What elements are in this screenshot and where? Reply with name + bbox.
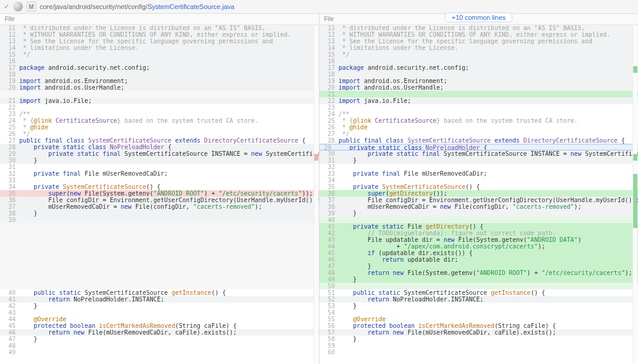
code-line[interactable]: 29 private static class NoPreloadHolder … xyxy=(320,144,639,150)
code-line[interactable] xyxy=(0,230,319,236)
code-line[interactable]: 28 private static class NoPreloadHolder … xyxy=(0,144,319,150)
code-line[interactable]: 27 */ xyxy=(320,131,639,137)
code-line[interactable]: 38 } xyxy=(0,210,319,217)
code-line[interactable]: 52 return NoPreloadHolder.INSTANCE; xyxy=(320,296,639,303)
code-line[interactable]: 26 */ xyxy=(0,131,319,137)
code-line[interactable]: 41 return NoPreloadHolder.INSTANCE; xyxy=(0,296,319,303)
code-line[interactable] xyxy=(0,250,319,256)
code-line[interactable]: 18 xyxy=(320,71,639,78)
code-line[interactable]: 32 xyxy=(320,164,639,170)
code-line[interactable]: 28public final class SystemCertificateSo… xyxy=(320,137,639,144)
code-line[interactable]: 31 xyxy=(0,164,319,170)
code-line[interactable]: 35 super(new File(System.getenv("ANDROID… xyxy=(0,190,319,197)
code-line[interactable]: 40 public static SystemCertificateSource… xyxy=(0,289,319,296)
code-line[interactable]: 42 // TODO(miguelaranda): figure out cor… xyxy=(320,230,639,236)
code-line[interactable]: 36 File configDir = Environment.getUserC… xyxy=(0,197,319,203)
code-line[interactable]: 57 return new File(mUserRemovedCaDir, ca… xyxy=(320,329,639,336)
code-line[interactable]: 45 if (updatable_dir.exists()) { xyxy=(320,250,639,256)
avatar[interactable] xyxy=(13,2,23,11)
code-line[interactable]: 48 xyxy=(0,342,319,349)
code-line[interactable] xyxy=(0,223,319,230)
code-line[interactable]: 46 return updatable_dir; xyxy=(320,256,639,263)
scrollbar-mark[interactable] xyxy=(633,66,637,73)
code-line[interactable]: 30 } xyxy=(0,157,319,164)
code-line[interactable]: 37 mUserRemovedCaDir = new File(configDi… xyxy=(0,203,319,210)
code-line[interactable]: 31 } xyxy=(320,157,639,164)
code-line[interactable]: 15 */ xyxy=(320,51,639,58)
code-line[interactable] xyxy=(0,256,319,263)
code-line[interactable]: 20import android.os.UserHandle; xyxy=(320,84,639,91)
code-line[interactable]: 48 return new File(System.getenv("ANDROI… xyxy=(320,270,639,276)
right-code[interactable]: 11 * distributed under the License is di… xyxy=(320,25,639,364)
code-line[interactable]: 53 } xyxy=(320,303,639,309)
code-line[interactable]: 58 } xyxy=(320,336,639,342)
code-line[interactable]: 22import java.io.File; xyxy=(320,97,639,104)
code-line[interactable]: 24/** xyxy=(320,111,639,117)
code-line[interactable]: 12 * WITHOUT WARRANTIES OR CONDITIONS OF… xyxy=(0,31,319,38)
code-line[interactable]: 18 xyxy=(0,71,319,78)
code-line[interactable]: 22 xyxy=(0,104,319,111)
code-line[interactable] xyxy=(0,263,319,270)
code-line[interactable]: 49 } xyxy=(320,276,639,283)
code-line[interactable]: 19import android.os.Environment; xyxy=(0,78,319,84)
code-line[interactable]: 21import java.io.File; xyxy=(0,97,319,104)
code-line[interactable]: 12 * WITHOUT WARRANTIES OR CONDITIONS OF… xyxy=(320,31,639,38)
code-line[interactable]: 25 * @hide xyxy=(0,124,319,131)
code-line[interactable] xyxy=(0,236,319,243)
scrollbar-mark[interactable] xyxy=(633,174,637,228)
code-line[interactable]: 47 } xyxy=(320,263,639,270)
code-line[interactable] xyxy=(0,91,319,97)
code-line[interactable]: 59 xyxy=(320,342,639,349)
code-line[interactable]: 25 * {@link CertificateSource} based on … xyxy=(320,117,639,124)
code-line[interactable]: 17package android.security.net.config; xyxy=(320,64,639,71)
code-line[interactable]: 34 private SystemCertificateSource() { xyxy=(0,184,319,190)
code-line[interactable]: 24 * {@link CertificateSource} based on … xyxy=(0,117,319,124)
code-line[interactable]: 11 * distributed under the License is di… xyxy=(320,25,639,31)
code-line[interactable]: 42 } xyxy=(0,303,319,309)
code-line[interactable]: 35 private SystemCertificateSource() { xyxy=(320,184,639,190)
code-line[interactable] xyxy=(0,283,319,289)
code-line[interactable]: 20import android.os.UserHandle; xyxy=(0,84,319,91)
code-line[interactable]: 39 } xyxy=(320,210,639,217)
code-line[interactable]: 44 + "/apex/com.android.conscrypt/cacert… xyxy=(320,243,639,250)
code-line[interactable]: 37 File configDir = Environment.getUserC… xyxy=(320,197,639,203)
code-line[interactable]: 41 private static File getDirectory() { xyxy=(320,223,639,230)
code-line[interactable]: 47 } xyxy=(0,336,319,342)
scrollbar-mark[interactable] xyxy=(314,154,318,161)
code-line[interactable]: 43 File updatable_dir = new File(System.… xyxy=(320,236,639,243)
left-scrollbar[interactable] xyxy=(314,26,318,363)
code-line[interactable]: 16 xyxy=(320,58,639,64)
code-line[interactable]: 46 return new File(mUserRemovedCaDir, ca… xyxy=(0,329,319,336)
code-line[interactable]: 27public final class SystemCertificateSo… xyxy=(0,137,319,144)
code-line[interactable]: 50 xyxy=(320,283,639,289)
code-line[interactable]: 14 * limitations under the License. xyxy=(320,45,639,51)
code-line[interactable]: 17package android.security.net.config; xyxy=(0,64,319,71)
code-line[interactable]: 33 private final File mUserRemovedCaDir; xyxy=(320,170,639,177)
code-line[interactable]: 14 * limitations under the License. xyxy=(0,45,319,51)
code-line[interactable]: 21 xyxy=(320,91,639,97)
code-line[interactable]: 40 xyxy=(320,217,639,223)
left-code[interactable]: 11 * distributed under the License is di… xyxy=(0,25,319,364)
code-line[interactable]: 19import android.os.Environment; xyxy=(320,78,639,84)
code-line[interactable]: 45 protected boolean isCertMarkedAsRemov… xyxy=(0,322,319,329)
code-line[interactable]: 13 * See the License for the specific la… xyxy=(0,38,319,45)
code-line[interactable]: 56 protected boolean isCertMarkedAsRemov… xyxy=(320,322,639,329)
code-line[interactable] xyxy=(0,243,319,250)
code-line[interactable]: 36 super(getDirectory()); xyxy=(320,190,639,197)
code-line[interactable]: 23/** xyxy=(0,111,319,117)
code-line[interactable]: 11 * distributed under the License is di… xyxy=(0,25,319,31)
code-line[interactable]: 39 xyxy=(0,217,319,223)
scrollbar-mark[interactable] xyxy=(633,154,637,161)
code-line[interactable]: 44 @Override xyxy=(0,316,319,322)
code-line[interactable]: 26 * @hide xyxy=(320,124,639,131)
right-scrollbar[interactable] xyxy=(633,26,637,363)
code-line[interactable]: 16 xyxy=(0,58,319,64)
breadcrumb[interactable]: core/java/android/security/net/config/Sy… xyxy=(40,3,234,10)
code-line[interactable] xyxy=(0,270,319,276)
code-line[interactable]: 43 xyxy=(0,309,319,316)
code-line[interactable]: 49 xyxy=(0,349,319,356)
code-line[interactable]: 34 xyxy=(320,177,639,184)
code-line[interactable]: 15 */ xyxy=(0,51,319,58)
code-line[interactable]: 32 private final File mUserRemovedCaDir; xyxy=(0,170,319,177)
code-line[interactable]: 55 @Override xyxy=(320,316,639,322)
